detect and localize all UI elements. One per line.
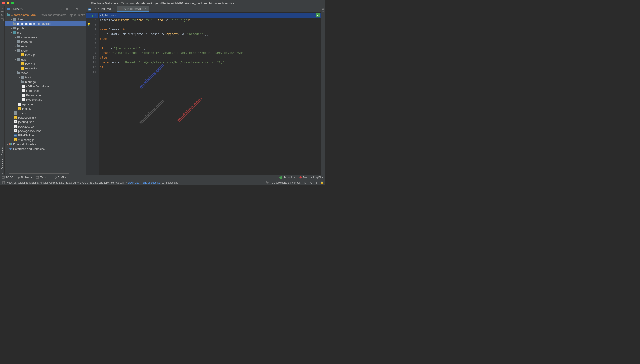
settings-gear-icon[interactable] — [74, 7, 79, 12]
git-branch-icon[interactable] — [266, 181, 269, 184]
svg-point-3 — [62, 9, 62, 10]
tree-folder-views[interactable]: ▾ views — [5, 70, 86, 75]
bookmarks-icon[interactable] — [1, 18, 4, 22]
tool-windows-icon[interactable] — [2, 181, 5, 184]
editor-body[interactable]: ▶ 💡 1 2 3 4 5 6 7 8 9 10 11 12 13 — [86, 12, 321, 175]
close-button[interactable] — [2, 2, 5, 4]
chevron-right-icon[interactable]: ▸ — [10, 18, 13, 20]
tree-folder-router[interactable]: ▸ router — [5, 44, 86, 48]
chevron-down-icon[interactable] — [21, 8, 23, 10]
locate-file-button[interactable] — [60, 7, 64, 12]
tool-todo[interactable]: TODO — [2, 176, 14, 179]
tree-folder-src[interactable]: ▾ src — [5, 30, 86, 35]
tool-tab-favorites[interactable]: Favorites — [1, 159, 4, 169]
tree-file-npmrc[interactable]: .npmrc — [5, 111, 86, 115]
tree-folder-components[interactable]: ▸ components — [5, 35, 86, 39]
chevron-down-icon[interactable]: ▾ — [14, 58, 17, 61]
file-encoding[interactable]: UTF-8 — [310, 181, 317, 184]
tree-file-person[interactable]: Person.vue — [5, 93, 86, 97]
tree-file-request-js[interactable]: JS request.js — [5, 66, 86, 70]
tree-scratches[interactable]: ▸ Scratches and Consoles — [5, 146, 86, 151]
minimize-button[interactable] — [7, 2, 10, 4]
tree-file-vue-config[interactable]: JS vue.config.js — [5, 138, 86, 142]
tool-terminal[interactable]: Terminal — [36, 176, 50, 179]
line-number[interactable]: 3 — [86, 22, 96, 27]
tree-file-package-lock[interactable]: {} package-lock.json — [5, 129, 86, 133]
close-tab-icon[interactable]: ✕ — [144, 8, 147, 10]
hide-panel-button[interactable] — [79, 7, 84, 12]
readonly-lock-icon[interactable]: 🔒 — [320, 181, 324, 184]
skip-update-link[interactable]: Skip this update — [142, 181, 160, 184]
tool-profiler[interactable]: Profiler — [54, 176, 66, 179]
line-number[interactable]: 2 — [86, 18, 96, 22]
database-icon[interactable] — [322, 8, 325, 12]
tree-folder-resource[interactable]: ▸ resource — [5, 39, 86, 44]
tree-folder-front[interactable]: ▸ front — [5, 75, 86, 80]
line-number[interactable]: 8 — [86, 46, 96, 50]
download-link[interactable]: Download — [128, 181, 139, 184]
inspection-ok-icon[interactable]: ✓ — [316, 13, 320, 17]
line-number[interactable]: 6 — [86, 36, 96, 41]
line-number[interactable]: 4 — [86, 27, 96, 32]
line-number[interactable]: 12 — [86, 64, 96, 69]
tree-folder-utils[interactable]: ▾ utils — [5, 57, 86, 62]
tab-readme[interactable]: MD README.md ✕ — [86, 6, 117, 12]
maximize-button[interactable] — [11, 2, 14, 4]
line-number[interactable]: 9 — [86, 50, 96, 55]
line-number[interactable]: 1 — [86, 13, 96, 18]
chevron-right-icon[interactable]: ▸ — [6, 148, 9, 150]
tree-file-icons-js[interactable]: JS icons.js — [5, 62, 86, 66]
tree-folder-public[interactable]: ▸ public — [5, 26, 86, 30]
chevron-right-icon[interactable]: ▸ — [14, 40, 17, 43]
tool-tab-structure[interactable]: Structure — [1, 145, 4, 155]
chevron-right-icon[interactable]: ▸ — [14, 45, 17, 47]
chevron-right-icon[interactable]: ▸ — [10, 27, 13, 30]
chevron-right-icon[interactable]: ▸ — [10, 22, 13, 25]
line-number[interactable]: 13 — [86, 69, 96, 74]
close-tab-icon[interactable]: ✕ — [112, 8, 115, 10]
code-editor[interactable]: #!/bin/sh basedir=$(dirname "$(echo "$0"… — [99, 12, 321, 175]
tool-event-log[interactable]: 1 Event Log — [279, 176, 296, 179]
cursor-position[interactable]: 1:1 (10 chars, 1 line break) — [272, 181, 301, 184]
svg-point-9 — [322, 9, 324, 10]
chevron-right-icon[interactable]: ▸ — [14, 36, 17, 38]
svg-point-8 — [10, 148, 12, 150]
tree-folder-idea[interactable]: ▸ .idea — [5, 17, 86, 22]
project-tree[interactable]: ▾ ElectronicMallVue ~/Downloads/mudaimaP… — [5, 12, 86, 173]
chevron-right-icon[interactable]: ▸ — [18, 76, 21, 78]
tree-file-404[interactable]: 404NotFound.vue — [5, 84, 86, 88]
tree-root[interactable]: ▾ ElectronicMallVue ~/Downloads/mudaimaP… — [5, 12, 86, 17]
chevron-right-icon[interactable]: ▸ — [6, 143, 9, 146]
collapse-all-button[interactable] — [69, 7, 74, 12]
chevron-down-icon[interactable]: ▾ — [10, 32, 13, 34]
line-separator[interactable]: LF — [304, 181, 307, 184]
horizontal-scrollbar[interactable] — [5, 173, 86, 175]
tree-file-main-js[interactable]: JS main.js — [5, 106, 86, 111]
tab-vue-cli-service[interactable]: >_ vue-cli-service ✕ — [117, 6, 149, 12]
tool-mybatis-log[interactable]: Mybatis Log Plus — [299, 176, 324, 179]
tree-folder-node-modules[interactable]: ▸ node_modules library root — [5, 22, 86, 26]
line-number[interactable]: 10 — [86, 55, 96, 60]
tree-folder-manage[interactable]: ▸ manage — [5, 80, 86, 84]
tree-file-jsconfig[interactable]: {} jsconfig.json — [5, 120, 86, 124]
line-number[interactable]: 5 — [86, 32, 96, 36]
project-view-title[interactable]: Project — [12, 7, 20, 11]
chevron-down-icon[interactable]: ▾ — [14, 49, 17, 52]
chevron-down-icon[interactable]: ▾ — [14, 72, 17, 74]
expand-all-button[interactable] — [64, 7, 69, 12]
chevron-right-icon[interactable]: ▸ — [18, 80, 21, 83]
tree-file-package[interactable]: {} package.json — [5, 124, 86, 129]
line-number[interactable]: 7 — [86, 41, 96, 46]
tree-file-babel[interactable]: JS babel.config.js — [5, 115, 86, 120]
tool-problems[interactable]: Problems — [17, 176, 33, 179]
tree-external-libraries[interactable]: ▸ External Libraries — [5, 142, 86, 146]
tool-tab-project[interactable]: Project — [1, 8, 4, 16]
tree-file-index-js[interactable]: JS index.js — [5, 53, 86, 57]
line-number[interactable]: 11 — [86, 60, 96, 64]
tree-folder-store[interactable]: ▾ store — [5, 48, 86, 53]
tree-file-login[interactable]: Login.vue — [5, 88, 86, 93]
tree-file-register[interactable]: Register.vue — [5, 97, 86, 102]
gutter[interactable]: ▶ 💡 1 2 3 4 5 6 7 8 9 10 11 12 13 — [86, 12, 99, 175]
tree-file-readme[interactable]: MD README.md — [5, 133, 86, 138]
tree-file-app-vue[interactable]: App.vue — [5, 102, 86, 106]
